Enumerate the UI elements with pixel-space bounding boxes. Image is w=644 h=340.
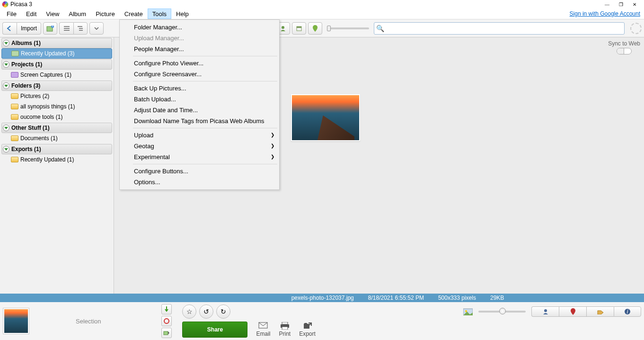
filter-geo-button[interactable]: [308, 22, 322, 35]
sidebar-category-header[interactable]: Albums (1): [1, 38, 112, 48]
svg-rect-12: [297, 27, 301, 28]
filter-calendar-button[interactable]: [292, 22, 306, 35]
tag-info-button[interactable]: i: [614, 306, 641, 317]
tools-menu-item[interactable]: Adjust Date and Time...: [120, 105, 279, 116]
sidebar-item[interactable]: Recently Updated (3): [1, 48, 112, 59]
menu-create[interactable]: Create: [120, 9, 148, 19]
share-label: Share: [207, 326, 223, 333]
svg-point-17: [544, 309, 547, 312]
tools-menu-item[interactable]: Experimental❯: [120, 152, 279, 162]
import-label: Import: [21, 25, 37, 32]
menu-picture[interactable]: Picture: [91, 9, 119, 19]
info-filename: pexels-photo-132037.jpg: [291, 295, 354, 301]
menu-bar: File Edit View Album Picture Create Tool…: [0, 9, 644, 19]
view-flat-button[interactable]: [59, 22, 73, 35]
sidebar-item[interactable]: Pictures (2): [1, 91, 112, 101]
rotate-ccw-button[interactable]: ↺: [199, 304, 213, 319]
tools-menu-item[interactable]: People Manager...: [120, 44, 279, 54]
clear-button[interactable]: [161, 316, 172, 326]
tools-dropdown: Folder Manager...Upload Manager...People…: [119, 19, 280, 190]
sidebar-category-header[interactable]: Exports (1): [1, 144, 112, 154]
menu-edit[interactable]: Edit: [21, 9, 41, 19]
sync-to-web-label: Sync to Web: [608, 40, 640, 47]
menu-album[interactable]: Album: [64, 9, 91, 19]
sidebar-item[interactable]: Documents (1): [1, 133, 112, 143]
menu-tools[interactable]: Tools: [148, 9, 171, 19]
sidebar-item-label: Recently Updated (1): [20, 156, 74, 163]
submenu-arrow-icon: ❯: [271, 132, 274, 137]
album-icon: [11, 51, 19, 56]
close-icon[interactable]: ✕: [633, 2, 636, 7]
svg-rect-5: [64, 28, 70, 29]
svg-rect-9: [79, 30, 83, 31]
menu-view[interactable]: View: [41, 9, 64, 19]
print-icon: [280, 322, 290, 330]
title-bar: Picasa 3 — ❐ ✕: [0, 0, 644, 9]
menu-file[interactable]: File: [2, 9, 21, 19]
sidebar-item[interactable]: all synopsis things (1): [1, 101, 112, 112]
sidebar-item[interactable]: oucome tools (1): [1, 112, 112, 122]
tools-menu-item[interactable]: Download Name Tags from Picasa Web Album…: [120, 116, 279, 126]
filter-slider[interactable]: [327, 27, 369, 29]
folder-icon: [11, 114, 18, 120]
folder-icon: [11, 104, 18, 109]
sidebar-category-header[interactable]: Folders (3): [1, 81, 112, 91]
svg-rect-7: [78, 26, 82, 27]
info-bar: pexels-photo-132037.jpg 8/18/2021 6:55:5…: [0, 294, 644, 302]
export-button[interactable]: Export: [299, 322, 316, 337]
star-button[interactable]: ☆: [182, 304, 196, 319]
tools-menu-item[interactable]: Configure Buttons...: [120, 166, 279, 177]
collapse-icon[interactable]: [3, 125, 9, 131]
tag-places-button[interactable]: [559, 306, 586, 317]
category-title: Other Stuff (1): [11, 125, 50, 131]
print-button[interactable]: Print: [279, 322, 291, 337]
search-input[interactable]: 🔍: [374, 22, 625, 35]
selection-thumbnail[interactable]: [3, 308, 29, 334]
sidebar-item[interactable]: Screen Captures (1): [1, 70, 112, 80]
selection-label: Selection: [76, 318, 101, 325]
print-label: Print: [279, 331, 291, 337]
sidebar-item[interactable]: Recently Updated (1): [1, 154, 112, 165]
sync-toggle[interactable]: [617, 48, 632, 54]
svg-rect-4: [64, 26, 70, 27]
sidebar-category-header[interactable]: Projects (1): [1, 59, 112, 70]
tag-tags-button[interactable]: [586, 306, 614, 317]
new-album-button[interactable]: +: [43, 22, 57, 35]
view-tree-button[interactable]: [73, 22, 88, 35]
svg-point-13: [164, 319, 169, 323]
hold-button[interactable]: [161, 304, 172, 314]
svg-rect-8: [79, 28, 83, 29]
menu-help[interactable]: Help: [171, 9, 194, 19]
category-title: Projects (1): [11, 61, 42, 68]
share-button[interactable]: Share: [182, 322, 247, 338]
sign-in-link[interactable]: Sign in with Google Account: [570, 10, 640, 17]
photo-thumbnail[interactable]: [291, 94, 360, 141]
svg-rect-6: [64, 30, 70, 31]
tools-menu-item[interactable]: Options...: [120, 177, 279, 188]
zoom-slider[interactable]: [478, 311, 526, 313]
back-button[interactable]: [2, 22, 17, 35]
tools-menu-item[interactable]: Configure Screensaver...: [120, 69, 279, 80]
minimize-icon[interactable]: —: [605, 2, 609, 7]
tag-people-button[interactable]: [531, 306, 559, 317]
tools-menu-item[interactable]: Geotag❯: [120, 141, 279, 152]
sync-to-web[interactable]: Sync to Web: [608, 40, 640, 54]
collapse-icon[interactable]: [3, 40, 9, 46]
tools-menu-item[interactable]: Upload❯: [120, 130, 279, 141]
email-icon: [258, 322, 268, 330]
email-button[interactable]: Email: [256, 322, 270, 337]
maximize-icon[interactable]: ❐: [619, 2, 623, 7]
collapse-icon[interactable]: [3, 82, 9, 89]
svg-rect-14: [164, 331, 168, 335]
tools-menu-item[interactable]: Back Up Pictures...: [120, 83, 279, 94]
tools-menu-item[interactable]: Batch Upload...: [120, 94, 279, 105]
view-mode-dropdown[interactable]: [89, 22, 104, 35]
collapse-icon[interactable]: [3, 61, 9, 68]
collapse-icon[interactable]: [3, 146, 9, 152]
tools-menu-item[interactable]: Folder Manager...: [120, 22, 279, 33]
sidebar-category-header[interactable]: Other Stuff (1): [1, 123, 112, 133]
add-to-button[interactable]: [161, 328, 172, 338]
import-button[interactable]: Import: [17, 22, 41, 35]
rotate-cw-button[interactable]: ↻: [216, 304, 230, 319]
tools-menu-item[interactable]: Configure Photo Viewer...: [120, 58, 279, 69]
